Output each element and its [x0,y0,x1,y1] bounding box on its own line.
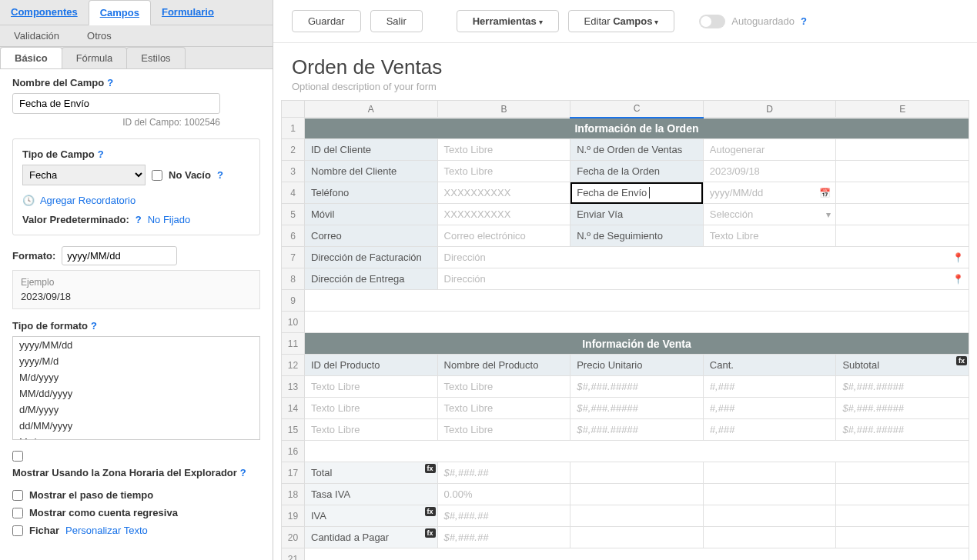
tab-formulario[interactable]: Formulario [151,0,225,25]
personalizar-link[interactable]: Personalizar Texto [65,525,148,536]
cell[interactable] [836,505,969,527]
autosave-toggle[interactable] [699,15,725,28]
format-option[interactable]: yyyy/M/d [13,353,259,369]
cell[interactable]: N.º de Orden de Ventas [570,139,704,161]
cell[interactable]: Nombre del Producto [437,355,570,376]
row-num[interactable]: 21 [282,548,305,561]
cell[interactable] [836,139,969,161]
cell[interactable]: yyyy/MM/dd📅 [703,182,836,204]
cell[interactable] [836,182,969,204]
cell[interactable]: $#,###.## [437,505,570,527]
cell[interactable]: Móvil [305,204,438,225]
subtab-basico[interactable]: Básico [0,47,62,68]
cell[interactable]: Fecha de la Orden [570,161,704,182]
row-num[interactable]: 20 [282,527,305,548]
cell[interactable]: #,### [703,398,836,419]
cell[interactable]: Totalfx [305,462,438,484]
cell[interactable]: Dirección de Entrega [305,268,438,290]
cell[interactable] [836,462,969,484]
cell[interactable]: $#,###.##### [570,398,704,419]
cell[interactable] [305,290,969,312]
cell[interactable] [570,462,704,484]
row-num[interactable]: 3 [282,161,305,182]
help-icon[interactable]: ? [98,148,104,160]
cell[interactable]: IVAfx [305,505,438,527]
cell[interactable] [305,548,969,561]
col-head-e[interactable]: E [836,101,969,118]
tab-componentes[interactable]: Componentes [0,0,89,25]
timestep-checkbox[interactable] [12,490,23,501]
cell[interactable] [570,527,704,548]
subtab-otros[interactable]: Otros [73,25,125,46]
edit-fields-dropdown[interactable]: Editar Campos [568,10,675,32]
format-option[interactable]: MM/dd/yyyy [13,385,259,402]
cell[interactable]: Texto Libre [305,419,438,441]
cell[interactable]: Autogenerar [703,139,836,161]
help-icon[interactable]: ? [107,77,113,88]
help-icon[interactable]: ? [217,169,223,181]
tz-checkbox[interactable] [12,451,23,462]
cell[interactable] [836,484,969,505]
section-header-sale[interactable]: Información de Venta [305,333,969,355]
cell[interactable]: Dirección📍 [437,268,969,290]
cell[interactable]: $#,###.##### [836,376,969,398]
col-head-c[interactable]: C [570,101,704,118]
format-type-list[interactable]: yyyy/MM/dd yyyy/M/d M/d/yyyy MM/dd/yyyy … [12,336,260,440]
cell[interactable]: XXXXXXXXXX [437,182,570,204]
row-num[interactable]: 2 [282,139,305,161]
cell[interactable]: Enviar Vía [570,204,704,225]
help-icon[interactable]: ? [240,467,246,478]
row-num[interactable]: 18 [282,484,305,505]
col-head-a[interactable]: A [305,101,438,118]
row-num[interactable]: 4 [282,182,305,204]
row-num[interactable]: 9 [282,290,305,312]
help-icon[interactable]: ? [91,320,97,332]
cell[interactable] [836,204,969,225]
cell[interactable]: ID del Producto [305,355,438,376]
row-num[interactable]: 8 [282,268,305,290]
row-num[interactable]: 11 [282,333,305,355]
cell[interactable]: Precio Unitario [570,355,704,376]
cell[interactable]: $#,###.##### [836,419,969,441]
col-head-b[interactable]: B [437,101,570,118]
subtab-estilos[interactable]: Estilos [126,47,185,68]
help-icon[interactable]: ? [136,214,142,225]
field-type-select[interactable]: Fecha [22,165,146,185]
row-num[interactable]: 10 [282,312,305,333]
row-num[interactable]: 16 [282,441,305,462]
default-value-link[interactable]: No Fijado [148,214,191,225]
save-button[interactable]: Guardar [292,10,361,32]
cell[interactable] [305,441,969,462]
row-num[interactable]: 7 [282,247,305,268]
row-num[interactable]: 12 [282,355,305,376]
cell[interactable] [703,505,836,527]
col-head-d[interactable]: D [703,101,836,118]
row-num[interactable]: 1 [282,118,305,139]
format-option[interactable]: dd/MM/yyyy [13,418,259,434]
cell[interactable]: 2023/09/18 [703,161,836,182]
help-icon[interactable]: ? [801,15,807,27]
countdown-checkbox[interactable] [12,508,23,518]
not-empty-checkbox[interactable] [152,170,162,181]
cell[interactable]: Cantidad a Pagarfx [305,527,438,548]
tab-campos[interactable]: Campos [89,0,151,25]
cell[interactable] [836,161,969,182]
cell[interactable]: Texto Libre [305,376,438,398]
cell[interactable]: Texto Libre [703,225,836,247]
cell[interactable]: Texto Libre [437,376,570,398]
cell[interactable]: Nombre del Cliente [305,161,438,182]
add-reminder-link[interactable]: Agregar Recordatorio [40,195,136,206]
row-num[interactable]: 14 [282,398,305,419]
cell[interactable] [305,312,969,333]
cell[interactable] [836,527,969,548]
tools-dropdown[interactable]: Herramientas [457,10,559,32]
cell[interactable] [703,462,836,484]
exit-button[interactable]: Salir [370,10,423,32]
cell[interactable]: Dirección de Facturación [305,247,438,268]
cell[interactable]: #,### [703,419,836,441]
cell[interactable] [703,484,836,505]
cell[interactable] [570,505,704,527]
cell[interactable]: Cant. [703,355,836,376]
cell[interactable]: Correo [305,225,438,247]
field-name-input[interactable] [12,93,220,114]
